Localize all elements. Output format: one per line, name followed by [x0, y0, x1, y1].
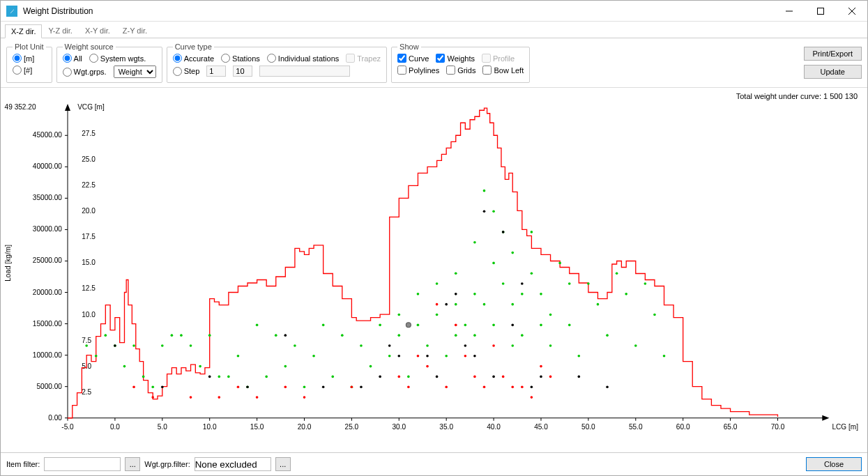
ws-wgtgrps[interactable]: Wgt.grps.	[63, 68, 107, 77]
ct-step-a[interactable]	[206, 66, 226, 77]
svg-point-158	[218, 396, 220, 399]
item-filter-input[interactable]	[44, 457, 121, 471]
ct-individual[interactable]: Individual stations	[267, 54, 339, 63]
svg-point-87	[199, 365, 201, 368]
svg-point-134	[644, 282, 647, 285]
svg-point-110	[417, 293, 420, 295]
svg-point-201	[436, 376, 439, 378]
svg-point-81	[142, 376, 145, 378]
curve-type-legend: Curve type	[173, 43, 214, 51]
svg-point-188	[388, 344, 391, 347]
svg-point-184	[246, 385, 249, 388]
svg-point-152	[473, 293, 476, 295]
svg-text:60.0: 60.0	[676, 423, 690, 431]
show-polylines[interactable]: Polylines	[397, 66, 439, 75]
wgt-filter-input[interactable]	[195, 457, 271, 471]
tab-xz[interactable]: X-Z dir.	[5, 24, 42, 38]
weight-select[interactable]: Weight	[114, 66, 156, 78]
tab-zy[interactable]: Z-Y dir.	[116, 24, 153, 38]
tab-bar: X-Z dir. Y-Z dir. X-Y dir. Z-Y dir.	[1, 22, 867, 38]
svg-point-136	[663, 355, 666, 358]
svg-point-79	[123, 365, 126, 368]
svg-point-119	[502, 282, 505, 285]
close-window-button[interactable]	[836, 1, 867, 22]
svg-point-132	[625, 293, 627, 295]
show-bowleft[interactable]: Bow Left	[482, 66, 524, 75]
wgt-filter-browse[interactable]: ...	[275, 457, 291, 471]
item-filter-browse[interactable]: ...	[125, 457, 140, 471]
svg-point-76	[95, 355, 98, 358]
svg-point-198	[606, 385, 609, 388]
svg-point-127	[577, 355, 580, 358]
svg-point-193	[483, 210, 486, 213]
minimize-button[interactable]	[773, 1, 805, 22]
svg-point-169	[492, 344, 495, 347]
show-curve[interactable]: Curve	[397, 54, 429, 63]
svg-point-176	[464, 355, 467, 358]
svg-text:22.5: 22.5	[82, 181, 96, 189]
svg-text:0.00: 0.00	[48, 414, 62, 422]
svg-point-97	[294, 344, 296, 347]
svg-text:30000.00: 30000.00	[33, 225, 62, 233]
svg-text:55.0: 55.0	[629, 423, 643, 431]
svg-point-133	[634, 344, 637, 347]
plot-unit-hash[interactable]: [#]	[13, 66, 46, 75]
ct-step-c[interactable]	[259, 66, 350, 77]
svg-point-109	[407, 376, 410, 378]
controls-panel: Plot Unit [m] [#] Weight source All Syst…	[1, 38, 867, 88]
svg-point-182	[161, 385, 164, 388]
show-legend: Show	[397, 43, 421, 51]
svg-point-85	[180, 334, 183, 337]
action-buttons: Print/Export Update	[804, 43, 862, 83]
svg-point-195	[521, 282, 524, 285]
svg-point-199	[379, 376, 381, 378]
svg-point-131	[616, 272, 618, 275]
svg-point-205	[511, 324, 514, 327]
svg-text:15.0: 15.0	[82, 259, 96, 266]
print-export-button[interactable]: Print/Export	[804, 47, 862, 61]
svg-point-98	[303, 385, 306, 388]
show-weights[interactable]: Weights	[436, 54, 475, 63]
svg-point-130	[606, 334, 609, 337]
tab-yz[interactable]: Y-Z dir.	[42, 24, 78, 38]
svg-text:30.0: 30.0	[392, 423, 406, 431]
ct-accurate[interactable]: Accurate	[173, 54, 214, 63]
ct-step[interactable]: Step	[173, 67, 200, 76]
svg-point-99	[312, 355, 315, 358]
curve-type-group: Curve type Accurate Stations Individual …	[167, 43, 387, 83]
update-button[interactable]: Update	[804, 65, 862, 79]
svg-point-84	[171, 334, 174, 337]
plot-unit-m[interactable]: [m]	[13, 54, 46, 63]
svg-point-113	[445, 355, 448, 358]
ct-stations[interactable]: Stations	[221, 54, 260, 63]
ws-system[interactable]: System wgts.	[89, 54, 146, 63]
svg-point-170	[511, 385, 514, 388]
svg-point-162	[303, 396, 306, 399]
svg-point-101	[331, 376, 334, 378]
svg-rect-1	[817, 8, 823, 14]
svg-point-93	[256, 324, 259, 327]
svg-point-181	[114, 344, 116, 347]
svg-text:17.5: 17.5	[82, 233, 96, 240]
svg-point-166	[436, 303, 439, 306]
close-button[interactable]: Close	[806, 457, 862, 471]
show-profile: Profile	[482, 54, 515, 63]
svg-point-177	[483, 385, 486, 388]
svg-point-137	[397, 314, 400, 316]
tab-xy[interactable]: X-Y dir.	[79, 24, 116, 38]
svg-text:VCG [m]: VCG [m]	[77, 103, 105, 111]
show-grids[interactable]: Grids	[446, 66, 475, 75]
svg-point-149	[521, 293, 524, 295]
svg-point-190	[426, 355, 429, 358]
ct-step-b[interactable]	[233, 66, 252, 77]
ws-all[interactable]: All	[63, 54, 82, 63]
svg-text:70.0: 70.0	[771, 423, 785, 431]
svg-text:7.5: 7.5	[82, 337, 91, 344]
minimize-icon	[786, 8, 793, 15]
svg-point-124	[549, 344, 552, 347]
maximize-button[interactable]	[805, 1, 836, 22]
weight-source-legend: Weight source	[63, 43, 116, 51]
svg-point-163	[351, 385, 353, 388]
svg-point-112	[436, 314, 439, 316]
wgt-filter-label: Wgt.grp.filter:	[144, 460, 190, 468]
